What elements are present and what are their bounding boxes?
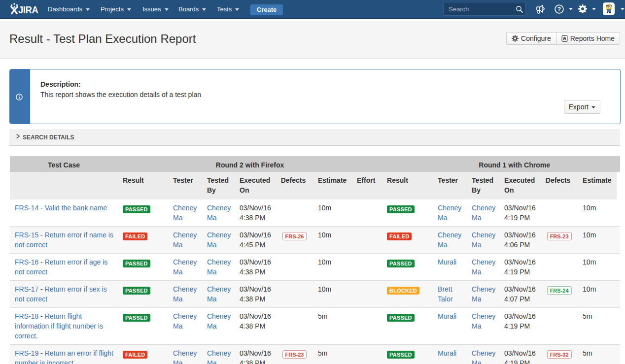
svg-text:?: ? xyxy=(557,6,561,13)
